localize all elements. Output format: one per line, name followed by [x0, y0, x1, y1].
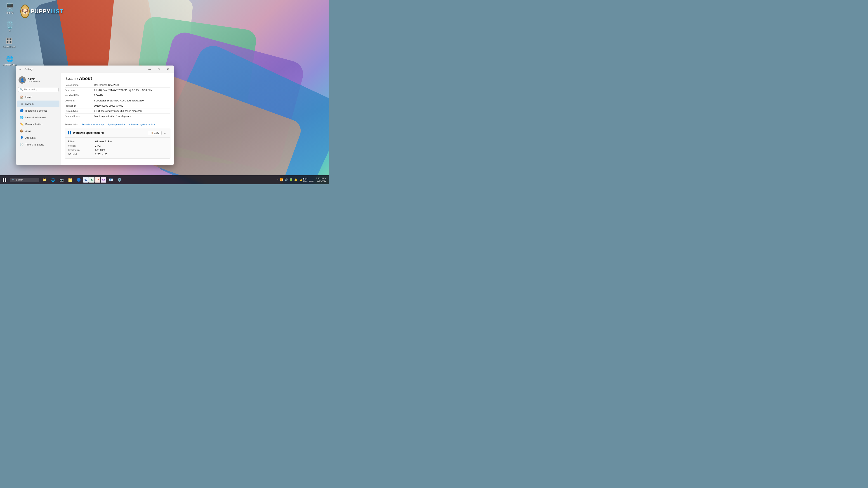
- version-value: 23H2: [95, 144, 101, 147]
- desktop-icon-this-pc[interactable]: 🖥️ This PC: [2, 2, 18, 14]
- taskbar: 🔍 Search 📁 🌐 📷 🗂️ 🔵 W X P O 📧 ⚙️ ^ 📶 🔊 🔋…: [0, 175, 329, 184]
- specs-row-version: Version 23H2: [68, 144, 167, 148]
- info-row-pen-touch: Pen and touch Touch support with 10 touc…: [65, 113, 170, 119]
- main-content: System › About Device name Dell-Inspiron…: [61, 73, 174, 165]
- device-id-label: Device ID: [65, 99, 94, 102]
- speaker-icon[interactable]: 🔊: [285, 178, 288, 182]
- specs-row-edition: Edition Windows 11 Pro: [68, 139, 167, 144]
- control-panel-icon: 🎛️: [4, 36, 13, 45]
- taskbar-app-word[interactable]: W: [83, 177, 89, 183]
- sidebar-item-network-label: Network & internet: [25, 116, 46, 119]
- clock-date: 8/21/2024: [316, 180, 327, 183]
- taskbar-search-icon: 🔍: [12, 178, 15, 182]
- taskbar-app-settings[interactable]: ⚙️: [115, 176, 123, 184]
- sidebar-item-apps-label: Apps: [25, 130, 31, 132]
- taskbar-app-onenote[interactable]: O: [101, 177, 106, 183]
- sidebar: 👤 Admin Local Account 🔍 🏠 Home 🖥 System: [16, 73, 61, 165]
- network-icon: 🌐: [20, 116, 24, 119]
- wifi-icon[interactable]: 📶: [280, 178, 283, 182]
- info-row-ram: Installed RAM 8.00 GB: [65, 93, 170, 98]
- minimize-button[interactable]: —: [145, 66, 154, 73]
- sidebar-item-bluetooth-label: Bluetooth & devices: [25, 109, 47, 112]
- battery-icon[interactable]: 🔋: [289, 178, 293, 182]
- back-button[interactable]: ←: [18, 66, 23, 72]
- system-protection-link[interactable]: System protection: [107, 123, 125, 126]
- desktop-icon-edge[interactable]: 🌐 Microsoft Edge: [2, 54, 18, 66]
- accounts-icon: 👤: [20, 136, 24, 139]
- specs-header: Windows specifications 📋 Copy ∧: [65, 128, 170, 138]
- collapse-button[interactable]: ∧: [162, 131, 167, 135]
- info-row-product-id: Product ID 00330-80000-00000-AA942: [65, 103, 170, 108]
- sidebar-item-system-label: System: [25, 103, 34, 105]
- device-name-label: Device name: [65, 84, 94, 86]
- system-icon: 🖥: [20, 102, 24, 105]
- edge-label: Microsoft Edge: [3, 64, 17, 66]
- desktop-icon-recycle[interactable]: 🗑️ R: [2, 20, 18, 32]
- titlebar-controls: — □ ✕: [145, 66, 172, 73]
- taskbar-app-files[interactable]: 🗂️: [66, 176, 74, 184]
- notification-icon[interactable]: 🔔: [294, 178, 298, 182]
- system-type-label: System type: [65, 109, 94, 112]
- sidebar-item-personalization[interactable]: ✏️ Personalization: [17, 121, 59, 127]
- info-row-device-id: Device ID FD0CE2E3-66EE-44D0-AD6D-9AB32A…: [65, 98, 170, 103]
- puppy-logo: 🐶 PUPPYLIST: [20, 4, 61, 18]
- system-type-value: 64-bit operating system, x64-based proce…: [94, 109, 142, 112]
- specs-content: Edition Windows 11 Pro Version 23H2 Inst…: [65, 138, 170, 158]
- ram-value: 8.00 GB: [94, 94, 103, 97]
- user-role: Local Account: [28, 80, 40, 83]
- copy-button[interactable]: 📋 Copy: [148, 131, 162, 135]
- taskbar-app-edge[interactable]: 🌐: [49, 176, 57, 184]
- tray-chevron-icon[interactable]: ^: [277, 179, 278, 181]
- sidebar-item-system[interactable]: 🖥 System: [17, 101, 59, 107]
- settings-search-input[interactable]: [24, 88, 57, 91]
- windows-specs-section: Windows specifications 📋 Copy ∧ Edition …: [65, 128, 170, 159]
- taskbar-app-outlook[interactable]: 📧: [107, 176, 115, 184]
- installed-on-label: Installed on: [68, 149, 95, 151]
- device-info-table: Device name Dell-Inspiron-One-2330 Proce…: [61, 83, 174, 119]
- domain-workgroup-link[interactable]: Domain or workgroup: [82, 123, 104, 126]
- settings-window: ← Settings — □ ✕ 👤 Admin Local Account 🔍: [16, 66, 174, 165]
- sidebar-user: 👤 Admin Local Account: [16, 74, 61, 86]
- clock-time: 9:30:20 PM: [316, 177, 327, 180]
- breadcrumb: System › About: [61, 73, 174, 83]
- recycle-icon: 🗑️: [5, 20, 14, 29]
- sidebar-item-home-label: Home: [25, 96, 32, 98]
- windows-logo-icon: [68, 131, 71, 134]
- taskbar-app-powerpoint[interactable]: P: [95, 177, 100, 183]
- search-icon: 🔍: [20, 88, 23, 91]
- user-name: Admin: [28, 77, 40, 80]
- processor-label: Processor: [65, 89, 94, 92]
- apps-icon: 📦: [20, 129, 24, 133]
- taskbar-app-excel[interactable]: X: [89, 177, 94, 183]
- specs-row-os-build: OS build 22631.4108: [68, 152, 167, 157]
- sidebar-item-home[interactable]: 🏠 Home: [17, 94, 59, 100]
- taskbar-app-fileexplorer[interactable]: 📁: [40, 176, 49, 184]
- taskbar-search[interactable]: 🔍 Search: [10, 178, 39, 182]
- copy-label: Copy: [154, 132, 159, 134]
- settings-search[interactable]: 🔍: [18, 87, 59, 92]
- sidebar-item-accounts[interactable]: 👤 Accounts: [17, 134, 59, 141]
- close-button[interactable]: ✕: [163, 66, 172, 73]
- related-links-label: Related links: [65, 123, 78, 126]
- tray-time[interactable]: 9:30:20 PM 8/21/2024: [316, 177, 327, 183]
- control-panel-label: Control Panel: [3, 46, 16, 48]
- this-pc-label: This PC: [6, 12, 13, 14]
- advanced-settings-link[interactable]: Advanced system settings: [129, 123, 155, 126]
- taskbar-app-edge2[interactable]: 🔵: [74, 176, 83, 184]
- taskbar-app-camera[interactable]: 📷: [57, 176, 66, 184]
- pen-touch-label: Pen and touch: [65, 115, 94, 118]
- desktop-icon-control-panel[interactable]: 🎛️ Control Panel: [1, 36, 17, 48]
- sidebar-item-time[interactable]: 🕐 Time & language: [17, 141, 59, 148]
- window-titlebar: ← Settings — □ ✕: [16, 66, 174, 73]
- specs-title: Windows specifications: [73, 131, 104, 134]
- weather-widget: ⚠️ 53°F Mostly cloudy: [300, 177, 314, 182]
- maximize-button[interactable]: □: [154, 66, 163, 73]
- device-name-value: Dell-Inspiron-One-2330: [94, 84, 119, 86]
- breadcrumb-system[interactable]: System: [66, 77, 76, 80]
- sidebar-item-apps[interactable]: 📦 Apps: [17, 128, 59, 134]
- weather-temp: 53°F: [303, 177, 314, 180]
- sidebar-item-network[interactable]: 🌐 Network & internet: [17, 114, 59, 121]
- sidebar-item-bluetooth[interactable]: 🔵 Bluetooth & devices: [17, 107, 59, 114]
- start-button[interactable]: [0, 175, 9, 184]
- product-id-label: Product ID: [65, 104, 94, 107]
